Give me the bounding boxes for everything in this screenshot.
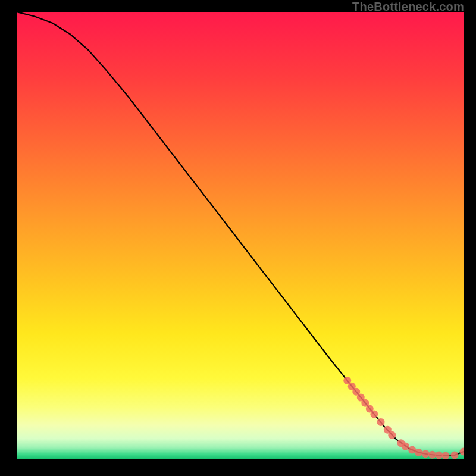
scatter-point	[450, 451, 458, 459]
scatter-point	[415, 449, 422, 456]
scatter-point	[422, 450, 430, 458]
scatter-point	[370, 410, 378, 418]
scatter-point	[428, 451, 436, 459]
scatter-point	[377, 418, 385, 426]
plot-svg	[17, 12, 464, 459]
scatter-point	[435, 451, 443, 459]
watermark-text: TheBottleneck.com	[352, 0, 464, 14]
scatter-point	[408, 446, 416, 453]
scatter-point	[402, 442, 409, 450]
plot-area	[17, 12, 464, 459]
chart-stage: TheBottleneck.com	[0, 0, 476, 476]
scatter-point	[388, 431, 396, 439]
gradient-background	[17, 12, 464, 459]
